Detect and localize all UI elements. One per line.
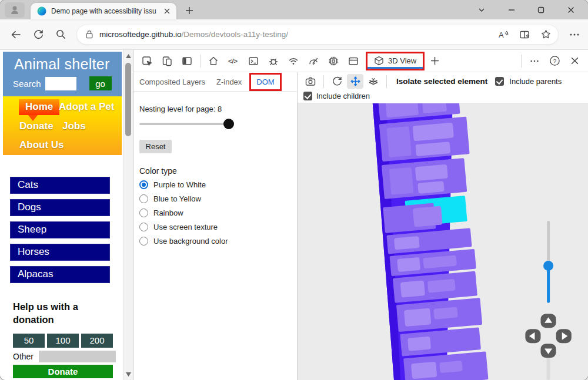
animal-shelter-page: Animal shelter Search go Home Adopt a Pe…: [0, 50, 123, 380]
browser-tab[interactable]: Demo page with accessibility issu: [31, 3, 176, 19]
new-tab-button[interactable]: [183, 5, 195, 16]
nav-link-home[interactable]: Home: [19, 99, 59, 115]
radio-label: Blue to Yellow: [153, 194, 201, 203]
network-wifi-icon[interactable]: [283, 52, 303, 70]
include-parents-checkbox[interactable]: [495, 77, 504, 86]
devtools-more-icon[interactable]: [524, 52, 544, 70]
pan-view-icon[interactable]: [347, 74, 363, 89]
close-window-button[interactable]: [563, 2, 579, 18]
page-scrollbar[interactable]: [123, 50, 133, 380]
category-button-horses[interactable]: Horses: [10, 244, 110, 261]
scrollbar-thumb[interactable]: [125, 63, 131, 136]
elements-panel-icon[interactable]: </>: [223, 52, 243, 70]
toolbar-separator: [386, 75, 387, 88]
reset-layers-icon[interactable]: [365, 74, 382, 89]
welcome-home-icon[interactable]: [203, 52, 223, 70]
debugger-bug-icon[interactable]: [263, 52, 283, 70]
isolate-selected-element-button[interactable]: Isolate selected element: [396, 77, 487, 86]
read-aloud-icon[interactable]: A: [496, 27, 511, 42]
slider-thumb[interactable]: [223, 119, 234, 129]
subtab-composited-layers[interactable]: Composited Layers: [139, 78, 205, 86]
devtools-help-icon[interactable]: ?: [544, 52, 564, 70]
nav-link-about-us[interactable]: About Us: [19, 139, 64, 151]
reset-button[interactable]: Reset: [139, 140, 172, 153]
category-button-cats[interactable]: Cats: [10, 177, 110, 194]
search-icon[interactable]: [54, 28, 67, 41]
inspect-element-icon[interactable]: [137, 52, 157, 70]
url-bar[interactable]: microsoftedge.github.io/Demos/devtools-a…: [76, 25, 559, 45]
search-input[interactable]: [45, 77, 76, 90]
favorites-star-icon[interactable]: [538, 27, 553, 42]
browser-toolbar: microsoftedge.github.io/Demos/devtools-a…: [0, 19, 588, 50]
title-bar: Demo page with accessibility issu: [0, 0, 588, 19]
donation-heading: Help us with a donation: [13, 301, 91, 327]
amount-button-100[interactable]: 100: [47, 334, 79, 348]
amount-button-50[interactable]: 50: [13, 334, 45, 348]
scroll-up-icon[interactable]: [123, 52, 133, 60]
memory-cpu-icon[interactable]: [323, 52, 343, 70]
radio-icon[interactable]: [139, 209, 148, 217]
pan-left-button[interactable]: [525, 329, 540, 343]
url-text: microsoftedge.github.io/Demos/devtools-a…: [99, 30, 288, 39]
other-amount-input[interactable]: [39, 351, 116, 362]
color-type-label: Color type: [139, 166, 297, 176]
toolbar-separator: [323, 75, 324, 88]
radio-option-use-screen-texture[interactable]: Use screen texture: [139, 222, 297, 232]
rotate-view-icon[interactable]: [329, 74, 345, 89]
amount-button-200[interactable]: 200: [81, 334, 113, 348]
donate-button[interactable]: Donate: [13, 365, 113, 378]
subtab-dom[interactable]: DOM: [249, 73, 281, 91]
scroll-down-icon[interactable]: [123, 370, 133, 378]
radio-option-blue-to-yellow[interactable]: Blue to Yellow: [139, 194, 297, 204]
include-children-checkbox[interactable]: [303, 92, 312, 100]
category-button-alpacas[interactable]: Alpacas: [10, 266, 110, 283]
add-panel-button[interactable]: [425, 52, 445, 70]
immersive-reader-icon[interactable]: [517, 27, 532, 42]
pan-up-button[interactable]: [541, 314, 556, 328]
category-button-dogs[interactable]: Dogs: [10, 199, 110, 216]
view3d-canvas[interactable]: [298, 103, 588, 380]
nav-link-jobs[interactable]: Jobs: [62, 120, 86, 132]
devtools-toolbar: </>: [133, 50, 588, 72]
subtab-z-index[interactable]: Z-index: [216, 78, 242, 86]
radio-icon[interactable]: [139, 194, 148, 203]
device-emulation-icon[interactable]: [157, 52, 177, 70]
devtools-close-icon[interactable]: [564, 52, 584, 70]
tab-close-icon[interactable]: [162, 6, 172, 16]
tab-3d-view[interactable]: 3D View: [366, 52, 425, 70]
radio-icon[interactable]: [139, 237, 148, 246]
nav-link-donate[interactable]: Donate: [19, 120, 54, 132]
zoom-slider-thumb[interactable]: [543, 261, 553, 271]
minimize-button[interactable]: [504, 2, 519, 18]
radio-option-rainbow[interactable]: Rainbow: [139, 208, 297, 218]
tab-list-chevron-icon[interactable]: [474, 2, 489, 18]
edge-favicon: [37, 6, 46, 16]
nesting-level-slider[interactable]: [139, 119, 231, 129]
settings-more-icon[interactable]: [568, 28, 581, 41]
maximize-button[interactable]: [533, 2, 549, 18]
category-button-sheep[interactable]: Sheep: [10, 221, 110, 238]
slider-track[interactable]: [139, 123, 231, 125]
performance-gauge-icon[interactable]: [303, 52, 323, 70]
include-children-label: Include children: [316, 92, 370, 100]
radio-option-use-background-color[interactable]: Use background color: [139, 236, 297, 246]
dom-3d-tower[interactable]: [373, 103, 490, 380]
radio-option-purple-to-white[interactable]: Purple to White: [139, 180, 297, 190]
page-nav: Home Adopt a Pet Donate Jobs About Us: [3, 96, 122, 155]
nav-link-adopt-a-pet[interactable]: Adopt a Pet: [59, 101, 114, 113]
radio-icon[interactable]: [139, 180, 148, 189]
profile-button[interactable]: [5, 2, 25, 18]
panel-layout-icon[interactable]: [177, 52, 197, 70]
console-panel-icon[interactable]: [243, 52, 263, 70]
pan-right-button[interactable]: [556, 329, 572, 343]
refresh-button[interactable]: [32, 28, 45, 41]
camera-dpad[interactable]: [525, 314, 571, 358]
screenshot-camera-icon[interactable]: [302, 74, 319, 89]
window-controls: [470, 0, 582, 19]
devtools-panel: </>: [133, 50, 588, 380]
application-panel-icon[interactable]: [343, 52, 363, 70]
go-button[interactable]: go: [89, 76, 112, 90]
pan-down-button[interactable]: [541, 344, 556, 358]
back-button[interactable]: [9, 28, 22, 41]
radio-icon[interactable]: [139, 223, 148, 231]
